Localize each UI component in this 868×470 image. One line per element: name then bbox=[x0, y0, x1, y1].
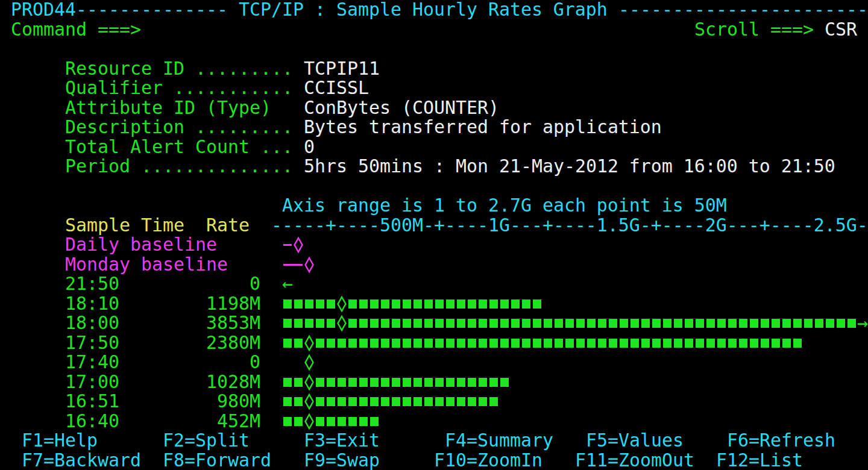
fkey-f8: F8=Forward bbox=[163, 451, 271, 470]
command-input[interactable] bbox=[152, 20, 673, 40]
bar-block bbox=[435, 299, 444, 309]
bar-block bbox=[348, 397, 357, 406]
sample-rate: 2380M bbox=[206, 333, 260, 353]
sample-rate: 452M bbox=[217, 412, 260, 431]
bar-block bbox=[696, 339, 704, 348]
bar-block bbox=[283, 417, 292, 426]
sample-time: 17:50 bbox=[65, 333, 119, 353]
bar-block bbox=[283, 319, 292, 328]
bar-block bbox=[652, 339, 661, 348]
bar-block bbox=[381, 378, 389, 387]
bar-block bbox=[392, 299, 400, 309]
bar-block bbox=[761, 319, 769, 328]
bar-block bbox=[414, 339, 422, 348]
page-title: TCP/IP : Sample Hourly Rates Graph bbox=[239, 0, 608, 20]
axis-range-note: Axis range is 1 to 2.7G each point is 50… bbox=[282, 196, 727, 216]
bar-block bbox=[424, 299, 433, 309]
bar-block bbox=[424, 339, 433, 348]
bar-block bbox=[294, 417, 303, 426]
sample-rate: 3853M bbox=[206, 313, 260, 333]
bar-block bbox=[414, 378, 422, 387]
fkey-f11: F11=ZoomOut bbox=[575, 451, 694, 470]
baseline-label: Daily baseline bbox=[65, 235, 217, 255]
bar-block bbox=[348, 378, 357, 387]
bar-block bbox=[392, 339, 400, 348]
bar-block bbox=[327, 339, 335, 348]
baseline-label: Monday baseline bbox=[65, 255, 228, 275]
bar-block bbox=[403, 299, 411, 309]
bar-block bbox=[826, 319, 834, 328]
bar-block bbox=[533, 299, 541, 309]
fkey-f9: F9=Swap bbox=[304, 451, 380, 470]
detail-value: ConBytes (COUNTER) bbox=[304, 98, 499, 118]
bar-block bbox=[294, 378, 303, 387]
zero-left-arrow-icon: ← bbox=[282, 274, 293, 294]
baseline-marker-diamond-icon bbox=[304, 392, 315, 412]
fkey-f5: F5=Values bbox=[586, 431, 684, 451]
bar-block bbox=[620, 339, 628, 348]
bar-block bbox=[728, 339, 737, 348]
bar-block bbox=[457, 299, 465, 309]
baseline-marker-diamond-icon bbox=[336, 313, 347, 333]
bar-block bbox=[511, 299, 520, 309]
bar-block bbox=[511, 319, 520, 328]
bar-block bbox=[479, 299, 487, 309]
bar-block bbox=[782, 319, 791, 328]
bar-block bbox=[522, 339, 530, 348]
bar-block bbox=[489, 397, 498, 406]
bar-block bbox=[294, 299, 303, 309]
title-divider-right: ----------------------- bbox=[618, 0, 868, 20]
sample-time: 18:10 bbox=[65, 294, 119, 314]
bar-block bbox=[424, 378, 433, 387]
detail-value: 0 bbox=[304, 137, 315, 157]
bar-block bbox=[348, 299, 357, 309]
bar-block bbox=[338, 417, 346, 426]
bar-block bbox=[424, 319, 433, 328]
bar-block bbox=[348, 417, 357, 426]
bar-block bbox=[479, 378, 487, 387]
bar-block bbox=[750, 339, 758, 348]
baseline-diamond-icon bbox=[293, 235, 304, 255]
bar-block bbox=[403, 397, 411, 406]
fkey-f6: F6=Refresh bbox=[727, 431, 835, 451]
bar-block bbox=[479, 319, 487, 328]
bar-block bbox=[641, 319, 650, 328]
bar-block bbox=[489, 319, 498, 328]
bar-block bbox=[728, 319, 737, 328]
detail-value: 5hrs 50mins : Mon 21-May-2012 from 16:00… bbox=[304, 157, 835, 177]
bar-block bbox=[620, 319, 628, 328]
bar-block bbox=[717, 339, 726, 348]
bar-block bbox=[316, 378, 324, 387]
scroll-field[interactable]: CSR bbox=[825, 20, 857, 40]
bar-block bbox=[457, 319, 465, 328]
column-header-sample-time: Sample Time bbox=[65, 216, 184, 236]
bar-block bbox=[403, 339, 411, 348]
bar-block bbox=[479, 397, 487, 406]
bar-block bbox=[435, 319, 444, 328]
bar-block bbox=[294, 319, 303, 328]
sample-time: 17:40 bbox=[65, 352, 119, 372]
bar-block bbox=[696, 319, 704, 328]
bar-block bbox=[283, 339, 292, 348]
screen-id: PROD44 bbox=[11, 0, 76, 20]
bar-block bbox=[533, 339, 541, 348]
bar-block bbox=[500, 339, 509, 348]
bar-block bbox=[739, 339, 747, 348]
bar-block bbox=[283, 397, 292, 406]
bar-block bbox=[793, 339, 802, 348]
bar-block bbox=[305, 299, 313, 309]
sample-time: 18:00 bbox=[65, 313, 119, 333]
bar-block bbox=[837, 319, 845, 328]
axis-ruler: -----+----500M-+----1G---+----1.5G-+----… bbox=[271, 216, 868, 236]
bar-block bbox=[522, 319, 530, 328]
bar-block bbox=[468, 299, 476, 309]
bar-block bbox=[338, 378, 346, 387]
bar-block bbox=[446, 378, 454, 387]
fkey-f7: F7=Backward bbox=[22, 451, 141, 470]
detail-label: Resource ID ......... bbox=[65, 59, 293, 79]
detail-label: Total Alert Count ... bbox=[65, 137, 293, 157]
bar-block bbox=[370, 378, 379, 387]
bar-block bbox=[598, 339, 606, 348]
sample-rate: 0 bbox=[250, 352, 260, 372]
sample-rate: 1028M bbox=[206, 372, 260, 392]
